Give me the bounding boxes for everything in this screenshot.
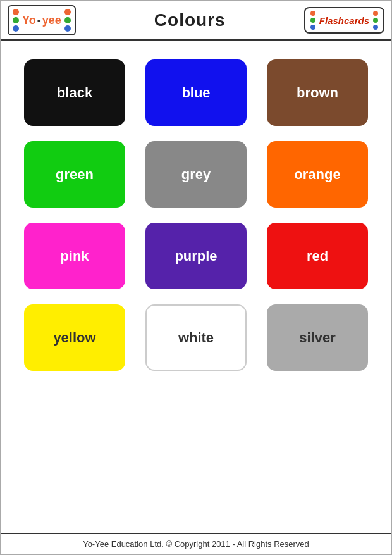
color-swatch-red: red bbox=[267, 223, 368, 289]
color-card-white: white bbox=[142, 304, 250, 371]
color-card-blue: blue bbox=[142, 59, 250, 126]
color-card-purple: purple bbox=[142, 223, 250, 289]
flashcards-logo: Flashcards bbox=[304, 7, 384, 34]
logo-dot bbox=[373, 18, 378, 23]
color-card-brown: brown bbox=[263, 59, 372, 126]
header: Yo - yee Colours Flashcards bbox=[1, 1, 391, 41]
footer: Yo-Yee Education Ltd. © Copyright 2011 -… bbox=[1, 533, 391, 554]
logo-dot bbox=[310, 25, 315, 30]
color-grid: blackbluebrowngreengreyorangepinkpurpler… bbox=[20, 53, 372, 377]
color-swatch-silver: silver bbox=[267, 304, 368, 371]
page: Yo - yee Colours Flashcards bbox=[0, 0, 392, 555]
color-swatch-pink: pink bbox=[24, 223, 125, 289]
color-swatch-green: green bbox=[24, 141, 125, 208]
color-card-green: green bbox=[20, 141, 129, 208]
color-card-black: black bbox=[20, 59, 129, 126]
color-card-orange: orange bbox=[263, 141, 372, 208]
color-swatch-blue: blue bbox=[145, 59, 247, 126]
color-card-yellow: yellow bbox=[20, 304, 129, 371]
yo-text: Yo bbox=[22, 14, 36, 27]
logo-dot bbox=[64, 17, 71, 23]
color-swatch-white: white bbox=[145, 304, 247, 371]
color-swatch-black: black bbox=[24, 59, 125, 126]
color-swatch-brown: brown bbox=[267, 59, 368, 126]
logo-dot bbox=[373, 25, 378, 30]
logo-dot bbox=[373, 11, 378, 16]
page-title: Colours bbox=[154, 10, 226, 30]
color-card-red: red bbox=[263, 223, 372, 289]
dash-text: - bbox=[37, 14, 41, 27]
color-card-silver: silver bbox=[263, 304, 372, 371]
logo-dot bbox=[310, 18, 315, 23]
color-swatch-purple: purple bbox=[145, 223, 247, 289]
color-swatch-orange: orange bbox=[267, 141, 368, 208]
logo-dot bbox=[13, 25, 19, 32]
footer-text: Yo-Yee Education Ltd. © Copyright 2011 -… bbox=[83, 539, 309, 549]
logo-dot bbox=[13, 17, 19, 23]
color-swatch-grey: grey bbox=[145, 141, 247, 208]
logo-dot bbox=[13, 9, 19, 15]
color-swatch-yellow: yellow bbox=[24, 304, 125, 371]
logo-left: Yo - yee bbox=[8, 5, 76, 35]
logo-dot bbox=[64, 25, 71, 32]
color-card-pink: pink bbox=[20, 223, 129, 289]
main-content: blackbluebrowngreengreyorangepinkpurpler… bbox=[1, 41, 391, 533]
yoyee-logo: Yo - yee bbox=[8, 5, 76, 35]
flashcards-text: Flashcards bbox=[319, 15, 369, 26]
yee-text: yee bbox=[42, 14, 61, 27]
color-card-grey: grey bbox=[142, 141, 250, 208]
logo-dot bbox=[64, 9, 71, 15]
logo-dot bbox=[310, 11, 315, 16]
